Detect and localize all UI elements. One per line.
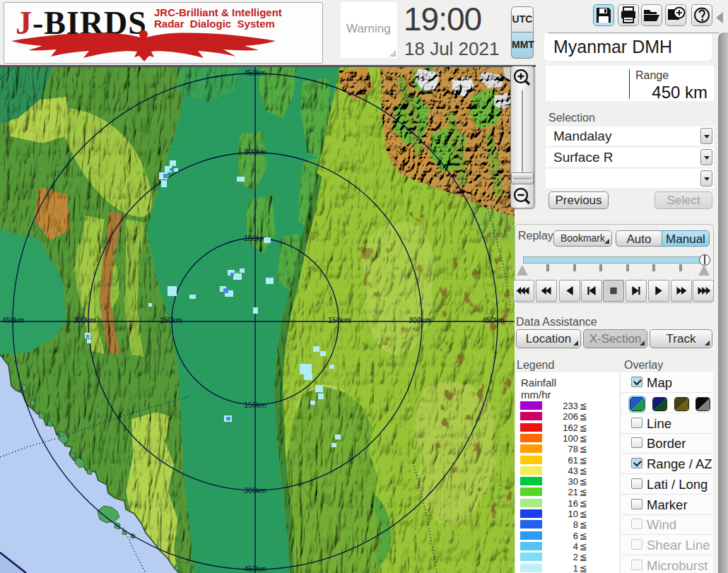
svg-text:150km: 150km	[244, 401, 266, 409]
svg-text:450km: 450km	[482, 316, 505, 324]
svg-text:300km: 300km	[244, 148, 266, 156]
svg-text:150km: 150km	[328, 316, 351, 324]
svg-text:300km: 300km	[409, 316, 431, 324]
svg-text:450km: 450km	[2, 316, 25, 324]
svg-text:150km: 150km	[160, 316, 182, 324]
svg-text:300km: 300km	[74, 316, 96, 324]
svg-text:300km: 300km	[244, 486, 266, 495]
svg-text:450km: 450km	[244, 69, 266, 77]
svg-text:150km: 150km	[244, 234, 266, 242]
svg-text:450km: 450km	[244, 565, 266, 573]
